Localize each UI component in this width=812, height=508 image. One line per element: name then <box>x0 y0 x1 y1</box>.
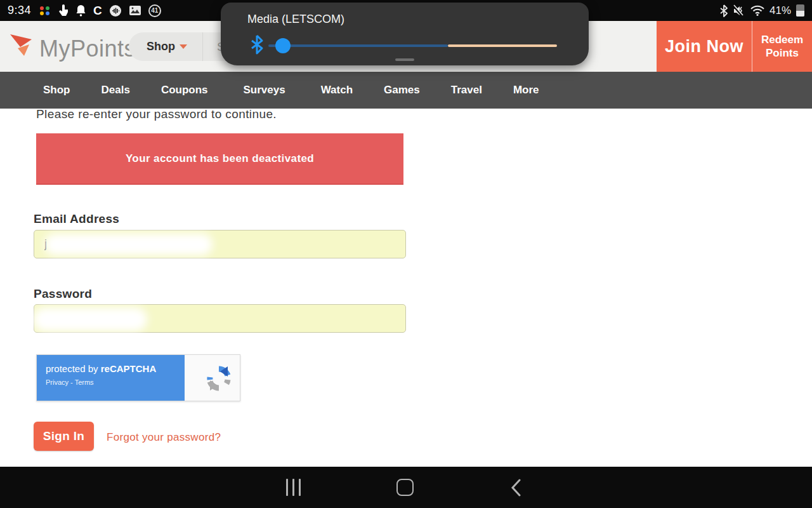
main-navigation: Shop Deals Coupons Surveys Watch Games T… <box>0 72 812 109</box>
battery-percent-label: 41% <box>769 4 791 17</box>
screen: 9:34 C 41 <box>0 0 812 508</box>
password-label: Password <box>34 287 92 301</box>
recaptcha-protected-text: protected by reCAPTCHA <box>46 363 185 374</box>
touch-gesture-icon <box>57 4 69 17</box>
media-waveform-icon <box>109 4 122 17</box>
redeem-line1: Redeem <box>761 33 803 46</box>
email-field[interactable] <box>34 230 406 258</box>
nav-item-surveys[interactable]: Surveys <box>244 84 285 97</box>
home-icon <box>396 479 414 496</box>
c-app-icon: C <box>93 4 102 17</box>
email-label: Email Address <box>34 212 119 226</box>
overlay-drag-handle[interactable] <box>395 58 414 61</box>
badge-41-icon: 41 <box>148 4 161 17</box>
recaptcha-blue-panel: protected by reCAPTCHA Privacy - Terms <box>37 355 185 401</box>
bluetooth-icon <box>720 4 728 17</box>
shop-dropdown[interactable]: Shop <box>129 40 202 53</box>
sign-in-button[interactable]: Sign In <box>34 422 94 451</box>
forgot-password-link[interactable]: Forgot your password? <box>107 431 221 444</box>
wifi-icon <box>750 4 764 17</box>
recents-button[interactable] <box>273 467 313 508</box>
nav-item-more[interactable]: More <box>513 84 539 97</box>
battery-icon <box>796 4 804 17</box>
nav-item-coupons[interactable]: Coupons <box>161 84 208 97</box>
nav-item-travel[interactable]: Travel <box>451 84 482 97</box>
media-volume-overlay: Media (LETSCOM) <box>221 3 589 65</box>
nav-item-games[interactable]: Games <box>384 84 420 97</box>
image-icon <box>129 4 141 17</box>
nav-item-watch[interactable]: Watch <box>321 84 353 97</box>
back-chevron-icon <box>510 478 521 497</box>
password-field[interactable] <box>34 304 406 333</box>
status-time: 9:34 <box>8 4 31 17</box>
recaptcha-badge: protected by reCAPTCHA Privacy - Terms <box>36 354 240 401</box>
system-status-icons: 41% <box>720 4 804 17</box>
error-banner-text: Your account has been deactivated <box>126 152 314 165</box>
notification-icons: C 41 <box>40 4 161 17</box>
mypoints-logo[interactable]: MyPoints® <box>9 32 142 63</box>
redeem-line2: Points <box>766 46 799 60</box>
back-button[interactable] <box>495 467 536 508</box>
bluetooth-media-icon <box>250 34 264 57</box>
android-navigation-bar: COMPLAINTS BOARD RESOLVING SINCE 2004 <box>0 467 812 508</box>
reenter-password-instruction: Please re-enter your password to continu… <box>36 107 277 121</box>
recaptcha-privacy-link[interactable]: Privacy <box>46 378 69 386</box>
nav-item-deals[interactable]: Deals <box>102 84 130 97</box>
recaptcha-logo-icon <box>204 364 233 396</box>
nav-item-shop[interactable]: Shop <box>43 84 70 97</box>
logo-text: MyPoints® <box>39 32 142 63</box>
redeem-points-button[interactable]: Redeem Points <box>752 21 812 72</box>
mute-vibrate-icon <box>733 4 745 17</box>
colorful-app-icon <box>40 4 50 17</box>
recaptcha-link-separator: - <box>69 378 75 386</box>
home-button[interactable] <box>384 467 425 508</box>
chevron-down-icon <box>180 44 187 49</box>
shop-dropdown-label: Shop <box>147 40 175 53</box>
volume-track-remainder[interactable] <box>448 44 557 47</box>
media-overlay-title: Media (LETSCOM) <box>247 13 344 26</box>
join-now-button[interactable]: Join Now <box>657 21 752 72</box>
join-now-label: Join Now <box>665 37 743 57</box>
account-deactivated-banner: Your account has been deactivated <box>36 133 403 185</box>
volume-track-filled[interactable] <box>268 44 448 47</box>
mypoints-logo-icon <box>9 32 34 58</box>
volume-slider-thumb[interactable] <box>275 38 291 53</box>
bell-icon <box>75 4 86 17</box>
recaptcha-terms-link[interactable]: Terms <box>75 378 94 386</box>
recaptcha-links: Privacy - Terms <box>46 378 185 386</box>
